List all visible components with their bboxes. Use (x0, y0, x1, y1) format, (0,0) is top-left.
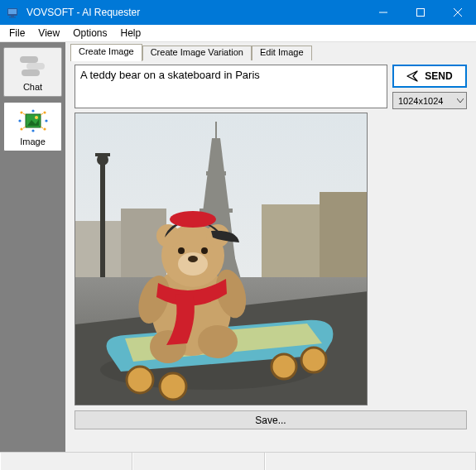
svg-point-48 (198, 325, 238, 358)
image-icon (17, 108, 49, 134)
send-icon (406, 70, 418, 82)
save-button[interactable]: Save... (75, 410, 467, 429)
tab-strip: Create Image Create Image Variation Edit… (70, 44, 471, 61)
svg-point-56 (178, 247, 185, 254)
svg-point-44 (272, 354, 296, 379)
svg-rect-5 (416, 9, 424, 17)
tab-create-image[interactable]: Create Image (70, 44, 142, 61)
send-button[interactable]: SEND (392, 65, 467, 88)
chevron-down-icon (457, 98, 464, 103)
svg-rect-30 (320, 192, 368, 283)
save-label: Save... (255, 415, 286, 426)
svg-rect-36 (100, 163, 105, 287)
svg-rect-34 (200, 209, 233, 213)
menu-bar: File View Options Help (0, 25, 476, 42)
status-cell-2 (132, 453, 265, 470)
size-select[interactable]: 1024x1024 (392, 92, 467, 109)
minimize-button[interactable] (364, 0, 401, 25)
window-title: VOVSOFT - AI Requester (25, 7, 364, 18)
menu-file[interactable]: File (2, 26, 31, 41)
svg-point-23 (31, 129, 34, 132)
sidebar-label-image: Image (20, 137, 46, 146)
sidebar-label-chat: Chat (23, 82, 42, 92)
status-cell-1 (0, 453, 132, 470)
menu-help[interactable]: Help (114, 26, 148, 41)
svg-rect-3 (9, 17, 16, 18)
svg-rect-33 (206, 171, 226, 175)
svg-point-58 (170, 211, 216, 228)
tab-edit-image[interactable]: Edit Image (252, 46, 312, 61)
svg-point-43 (160, 373, 186, 400)
svg-rect-9 (26, 63, 45, 70)
svg-point-57 (201, 247, 208, 254)
svg-point-16 (20, 127, 22, 130)
sidebar: Chat (0, 42, 65, 452)
send-label: SEND (425, 70, 452, 82)
svg-rect-2 (11, 16, 14, 17)
menu-view[interactable]: View (31, 26, 66, 41)
app-icon (0, 6, 25, 19)
svg-point-52 (156, 224, 180, 247)
svg-point-14 (20, 111, 22, 113)
main-panel: Create Image Create Image Variation Edit… (65, 42, 476, 452)
generated-image (75, 113, 368, 405)
prompt-input[interactable] (75, 65, 387, 108)
size-value: 1024x1024 (398, 96, 443, 106)
svg-point-42 (127, 367, 153, 393)
svg-point-15 (43, 111, 46, 113)
svg-rect-10 (22, 70, 40, 76)
svg-rect-38 (95, 153, 110, 156)
sidebar-item-chat[interactable]: Chat (3, 47, 62, 97)
svg-point-13 (35, 116, 38, 119)
svg-point-22 (31, 109, 34, 112)
svg-point-24 (18, 119, 21, 122)
title-bar: VOVSOFT - AI Requester (0, 0, 476, 25)
chat-icon (17, 53, 50, 79)
svg-point-17 (43, 127, 46, 130)
svg-point-55 (188, 256, 198, 262)
sidebar-item-image[interactable]: Image (3, 102, 62, 151)
menu-options[interactable]: Options (66, 26, 113, 41)
svg-point-45 (301, 348, 326, 372)
svg-rect-8 (20, 56, 38, 63)
tab-create-variation[interactable]: Create Image Variation (142, 46, 252, 61)
svg-point-25 (45, 119, 47, 122)
status-cell-3 (265, 453, 476, 470)
close-button[interactable] (439, 0, 476, 25)
maximize-button[interactable] (401, 0, 439, 25)
status-bar (0, 452, 476, 470)
svg-rect-1 (8, 9, 17, 14)
